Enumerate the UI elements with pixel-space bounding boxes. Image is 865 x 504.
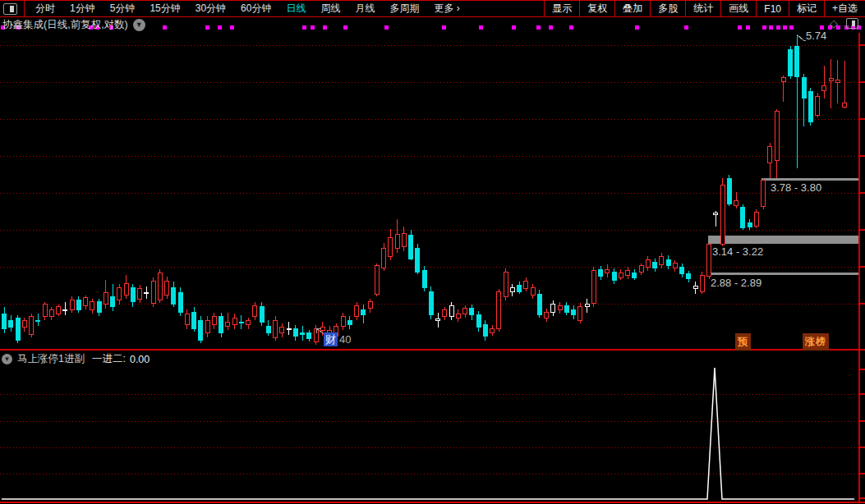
menu-item-display[interactable]: 显示: [544, 1, 579, 16]
stock-title: 协鑫集成(日线,前复权,对数): [2, 18, 128, 32]
forecast-button[interactable]: 预: [735, 333, 751, 351]
menu-item-stats[interactable]: 统计: [685, 1, 720, 16]
menu-item-f10[interactable]: F10: [756, 1, 789, 16]
indicator-current-value: 0.00: [130, 354, 150, 365]
menu-item-weekly[interactable]: 周线: [320, 2, 340, 16]
diamond-icon[interactable]: ◇: [830, 17, 838, 30]
menu-item-min1[interactable]: 1分钟: [70, 2, 95, 16]
top-toolbar: 分时1分钟5分钟15分钟30分钟60分钟日线周线月线多周期更多 › 显示复权叠加…: [0, 0, 865, 17]
trading-app-window: 分时1分钟5分钟15分钟30分钟60分钟日线周线月线多周期更多 › 显示复权叠加…: [0, 0, 865, 504]
menu-item-more[interactable]: 更多 ›: [434, 2, 459, 16]
menu-item-add-watchlist[interactable]: +自选: [824, 1, 865, 16]
sub-indicator-line: [2, 368, 854, 499]
menu-item-multi-period[interactable]: 多周期: [389, 2, 419, 16]
annotation-lines-group: [316, 35, 806, 335]
menu-item-draw-line[interactable]: 画线: [720, 1, 756, 16]
layout-toggle-icon[interactable]: [3, 3, 17, 15]
indicator-chevron-down-icon[interactable]: ▼: [2, 354, 12, 364]
toolbar-divider: [24, 1, 25, 16]
indicator-metric-label: 一进二:: [92, 352, 126, 366]
sub-indicator-header: ▼ 马上涨停1进副 一进二: 0.00: [2, 352, 150, 366]
period-menu: 分时1分钟5分钟15分钟30分钟60分钟日线周线月线多周期更多 ›: [28, 2, 467, 16]
menu-item-min5[interactable]: 5分钟: [110, 2, 136, 16]
menu-item-min30[interactable]: 30分钟: [196, 2, 226, 16]
indicator-name: 马上涨停1进副: [17, 352, 85, 366]
gap-zone-label-2: 3.14 - 3.22: [712, 245, 763, 258]
gridlines-group: [0, 45, 858, 474]
menu-item-daily[interactable]: 日线: [286, 2, 306, 16]
finance-badge-icon[interactable]: 财: [324, 332, 338, 346]
menu-item-min60[interactable]: 60分钟: [241, 2, 271, 16]
menu-item-mark[interactable]: 标记: [789, 1, 824, 16]
tools-menu: 显示复权叠加多股统计画线F10标记+自选: [544, 1, 865, 16]
gainers-board-button[interactable]: 涨榜: [803, 333, 829, 351]
menu-item-multi-stock[interactable]: 多股: [650, 1, 685, 16]
candles-group: [2, 34, 847, 346]
title-bar: 协鑫集成(日线,前复权,对数) ▼ ◇: [0, 16, 865, 33]
menu-item-adjust[interactable]: 复权: [579, 1, 614, 16]
split-window-icon[interactable]: [846, 18, 858, 29]
menu-item-monthly[interactable]: 月线: [355, 2, 375, 16]
menu-item-overlay[interactable]: 叠加: [614, 1, 650, 16]
finance-marker[interactable]: 财40: [324, 332, 351, 346]
menu-item-min15[interactable]: 15分钟: [150, 2, 180, 16]
gap-zone-label-3: 2.88 - 2.89: [711, 277, 761, 289]
chart-frame-group: [0, 33, 865, 503]
menu-item-fenshi[interactable]: 分时: [35, 2, 55, 16]
finance-marker-value: 40: [339, 333, 351, 346]
title-bar-icons: ◇: [830, 17, 858, 30]
gap-zone-label-1: 3.78 - 3.80: [771, 181, 821, 194]
chevron-down-icon[interactable]: ▼: [133, 19, 145, 31]
